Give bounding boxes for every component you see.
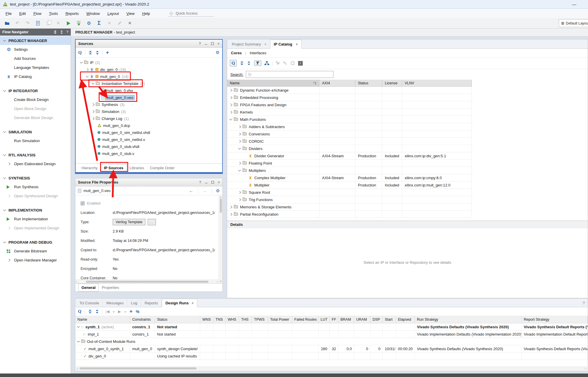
menu-window[interactable]: Window [83,10,104,17]
chevron-down-icon[interactable] [3,130,6,133]
column-status[interactable]: Status [355,80,382,86]
delete-icon[interactable]: × [54,20,62,27]
play-icon[interactable]: ▶ [118,309,121,314]
chevron-down-icon[interactable] [77,340,80,343]
tab-libraries[interactable]: Libraries [127,164,147,172]
catalog-row[interactable]: Adders & Subtracters [227,123,472,130]
chevron-right-icon[interactable] [238,125,241,128]
sidebar-item-settings[interactable]: ⚙Settings [0,45,71,54]
scroll-thumb[interactable] [80,367,196,369]
catalog-row-ip[interactable]: MultiplierProductionIncludedxilinx.com:i… [227,181,472,189]
run-row-impl-1[interactable]: ▷impl_1 constrs_1Not started Vivado Impl… [75,331,588,338]
tab-hierarchy[interactable]: Hierarchy [79,164,101,172]
catalog-row[interactable]: Floating Point [227,160,472,167]
expand-all-icon[interactable] [95,51,99,55]
chevron-down-icon[interactable] [238,147,241,150]
hierarchy-icon[interactable] [265,61,269,65]
enabled-checkbox[interactable]: ✓ [81,201,85,205]
sidebar-item-simulation[interactable]: SIMULATION [0,128,71,136]
tree-item-dcp[interactable]: mult_gen_0.dcp [76,122,222,129]
chevron-down-icon[interactable] [3,240,6,243]
subtab-cores[interactable]: Cores [231,51,242,55]
sidebar-item-ip-integrator[interactable]: IP INTEGRATOR [0,86,71,95]
catalog-row[interactable]: Square Root [227,189,472,196]
scroll-thumb[interactable] [86,281,208,283]
copy-icon[interactable] [44,20,52,27]
tree-item-synthesis[interactable]: Synthesis(3) [76,101,222,108]
tree-item-vho[interactable]: mult_gen_0.vho [76,87,222,94]
search-icon[interactable]: Q [78,309,81,314]
minimize-icon[interactable] [205,44,207,45]
expand-all-icon[interactable] [247,61,251,65]
catalog-row[interactable]: Dynamic Function eXchange [227,87,472,94]
catalog-row[interactable]: Conversions [227,130,472,138]
tree-item-stub-v[interactable]: mult_gen_0_stub.v [76,150,222,157]
cancel-run-icon[interactable]: × [105,20,114,27]
catalog-row[interactable]: Math Functions [227,116,472,123]
chevron-down-icon[interactable] [3,208,6,211]
expand-all-icon[interactable] [95,310,99,313]
sidebar-item-rtl-analysis[interactable]: RTL ANALYSIS [0,151,71,159]
program-device-icon[interactable]: 01 [74,20,83,27]
close-icon[interactable]: × [265,42,267,46]
catalog-row[interactable]: Multipliers [227,167,472,174]
chevron-right-icon[interactable] [8,259,10,261]
float-icon[interactable] [211,181,214,184]
help-icon[interactable]: ? [199,180,201,184]
step-forward-icon[interactable]: » [124,309,126,314]
catalog-row[interactable]: Dividers [227,145,472,152]
chevron-right-icon[interactable] [229,205,232,208]
run-row-mult-gen-synth[interactable]: ✓mult_gen_0_synth_1 mult_gen_0synth_desi… [75,345,588,352]
sidebar-item-open-hardware-manager[interactable]: Open Hardware Manager [0,256,71,265]
tab-general[interactable]: General [78,284,99,292]
first-run-icon[interactable]: |◀ [106,309,109,314]
edit-icon[interactable] [115,20,124,27]
horizontal-scrollbar[interactable]: ‹› [75,280,219,283]
clear-icon[interactable]: × [126,20,134,27]
sidebar-item-run-simulation[interactable]: Run Simulation [0,136,71,145]
subtab-interfaces[interactable]: Interfaces [250,51,266,55]
chevron-down-icon[interactable] [80,61,83,64]
tree-item-change-log[interactable]: Change Log(1) [76,115,222,122]
run-group-out-of-context[interactable]: Out-of-Context Module Runs [75,338,588,345]
scroll-thumb[interactable] [220,199,222,213]
collapse-all-icon[interactable] [53,30,57,34]
chevron-right-icon[interactable] [238,162,241,165]
scroll-left-icon[interactable]: ‹ [76,280,77,283]
settings-gear-icon[interactable]: ⚙ [216,188,220,193]
chevron-right-icon[interactable] [229,111,232,114]
tree-item-sim-netlist-vhdl[interactable]: mult_gen_0_sim_netlist.vhdl [76,129,222,136]
tab-compile-order[interactable]: Compile Order [147,164,178,172]
sidebar-item-ip-catalog[interactable]: IP Catalog [0,72,71,81]
sidebar-item-create-block-design[interactable]: Create Block Design [0,95,71,104]
type-button[interactable]: Verilog Template [113,219,145,225]
menu-edit[interactable]: Edit [15,10,29,17]
chevron-right-icon[interactable] [86,68,89,71]
tree-item-div-gen[interactable]: div_gen_0(16) [76,66,222,73]
search-icon[interactable]: Q [78,50,82,55]
help-icon[interactable]: ? [199,42,201,46]
sidebar-item-implementation[interactable]: IMPLEMENTATION [0,206,71,214]
sidebar-item-generate-bitstream[interactable]: Generate Bitstream [0,247,71,256]
catalog-row[interactable]: FPGA Features and Design [227,101,472,109]
scroll-left-icon[interactable]: ‹ [77,367,78,370]
column-vlnv[interactable]: VLNV [402,80,472,86]
tree-item-simulation[interactable]: Simulation(3) [76,108,222,115]
catalog-row[interactable]: Embedded Processing [227,94,472,101]
menu-reports[interactable]: Reports [62,10,83,17]
sidebar-item-run-synthesis[interactable]: Run Synthesis [0,182,71,191]
tab-properties[interactable]: Properties [99,284,122,291]
forward-icon[interactable]: → [203,188,207,193]
chevron-down-icon[interactable] [3,176,6,179]
tab-tcl-console[interactable]: Tcl Console [76,299,103,307]
quick-access-input[interactable] [175,11,208,16]
scroll-down-icon[interactable]: ∨ [220,280,222,283]
minimize-button[interactable]: — [572,2,576,7]
vertical-scrollbar[interactable]: ∧∨ [219,195,222,283]
column-license[interactable]: License [382,80,402,86]
run-row-synth-1[interactable]: ▷synth_1(active) constrs_1Not started Vi… [75,323,588,331]
tab-ip-catalog[interactable]: IP Catalog× [270,40,302,49]
minimize-icon[interactable] [205,183,208,183]
catalog-row-ip[interactable]: Complex MultiplierAXI4-StreamProductionI… [227,174,472,181]
run-row-div-gen[interactable]: ✓div_gen_0 Using cached IP results [75,352,588,360]
